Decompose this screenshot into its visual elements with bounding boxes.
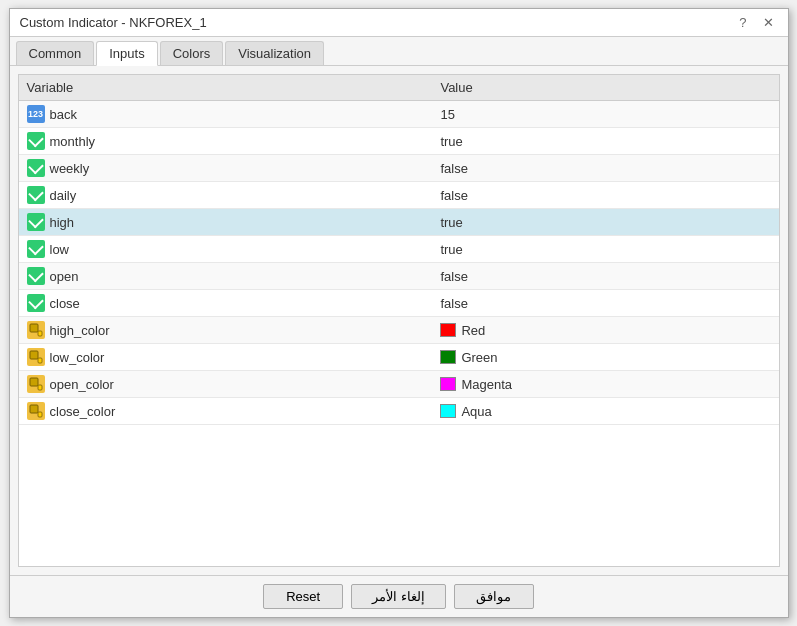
color-type-icon	[27, 375, 45, 393]
col-variable-header: Variable	[19, 75, 433, 101]
svg-rect-4	[30, 378, 38, 386]
title-bar: Custom Indicator - NKFOREX_1 ? ✕	[10, 9, 788, 37]
variable-name: high_color	[50, 323, 110, 338]
color-name: Red	[461, 323, 485, 338]
variable-cell: high_color	[19, 317, 433, 344]
table-row[interactable]: hightrue	[19, 209, 779, 236]
tab-bar: Common Inputs Colors Visualization	[10, 37, 788, 66]
bool-icon	[27, 159, 45, 177]
variable-cell: open	[19, 263, 433, 290]
color-swatch	[440, 377, 456, 391]
svg-rect-6	[30, 405, 38, 413]
value-text: true	[432, 236, 778, 263]
table-row[interactable]: high_colorRed	[19, 317, 779, 344]
tab-common[interactable]: Common	[16, 41, 95, 65]
tab-visualization[interactable]: Visualization	[225, 41, 324, 65]
value-text: false	[432, 263, 778, 290]
value-text: false	[432, 182, 778, 209]
table-row[interactable]: dailyfalse	[19, 182, 779, 209]
table-row[interactable]: weeklyfalse	[19, 155, 779, 182]
variable-name: open_color	[50, 377, 114, 392]
variable-name: daily	[50, 188, 77, 203]
variable-name: high	[50, 215, 75, 230]
inputs-table: Variable Value 123back15monthlytrueweekl…	[19, 75, 779, 425]
table-row[interactable]: closefalse	[19, 290, 779, 317]
bool-icon	[27, 213, 45, 231]
variable-name: close_color	[50, 404, 116, 419]
table-row[interactable]: open_colorMagenta	[19, 371, 779, 398]
variable-cell: high	[19, 209, 433, 236]
variable-name: monthly	[50, 134, 96, 149]
content-area: Variable Value 123back15monthlytrueweekl…	[10, 66, 788, 575]
color-swatch	[440, 323, 456, 337]
table-row[interactable]: lowtrue	[19, 236, 779, 263]
variable-cell: close	[19, 290, 433, 317]
table-row[interactable]: close_colorAqua	[19, 398, 779, 425]
bool-icon	[27, 240, 45, 258]
variable-cell: monthly	[19, 128, 433, 155]
svg-rect-0	[30, 324, 38, 332]
dialog-footer: Reset إلغاء الأمر موافق	[10, 575, 788, 617]
svg-rect-1	[38, 331, 42, 336]
variable-cell: close_color	[19, 398, 433, 425]
bool-icon	[27, 132, 45, 150]
value-cell: Green	[432, 344, 778, 371]
ok-button[interactable]: موافق	[454, 584, 534, 609]
color-name: Magenta	[461, 377, 512, 392]
value-cell: Red	[432, 317, 778, 344]
help-button[interactable]: ?	[735, 15, 750, 30]
tab-inputs[interactable]: Inputs	[96, 41, 157, 66]
dialog: Custom Indicator - NKFOREX_1 ? ✕ Common …	[9, 8, 789, 618]
variable-name: close	[50, 296, 80, 311]
color-name: Aqua	[461, 404, 491, 419]
color-type-icon	[27, 321, 45, 339]
table-row[interactable]: low_colorGreen	[19, 344, 779, 371]
numeric-icon: 123	[27, 105, 45, 123]
table-row[interactable]: 123back15	[19, 101, 779, 128]
variable-name: weekly	[50, 161, 90, 176]
cancel-button[interactable]: إلغاء الأمر	[351, 584, 446, 609]
variable-name: back	[50, 107, 77, 122]
table-row[interactable]: openfalse	[19, 263, 779, 290]
value-text: false	[432, 290, 778, 317]
svg-rect-7	[38, 412, 42, 417]
bool-icon	[27, 186, 45, 204]
variable-name: open	[50, 269, 79, 284]
variable-name: low_color	[50, 350, 105, 365]
title-bar-text: Custom Indicator - NKFOREX_1	[20, 15, 207, 30]
close-button[interactable]: ✕	[759, 15, 778, 30]
value-text: true	[432, 209, 778, 236]
color-type-icon	[27, 402, 45, 420]
table-row[interactable]: monthlytrue	[19, 128, 779, 155]
variable-name: low	[50, 242, 70, 257]
col-value-header: Value	[432, 75, 778, 101]
title-bar-controls: ? ✕	[735, 15, 777, 30]
value-cell: Magenta	[432, 371, 778, 398]
value-text: false	[432, 155, 778, 182]
variable-cell: low_color	[19, 344, 433, 371]
svg-rect-3	[38, 358, 42, 363]
bool-icon	[27, 294, 45, 312]
tab-colors[interactable]: Colors	[160, 41, 224, 65]
value-cell: Aqua	[432, 398, 778, 425]
value-text: 15	[432, 101, 778, 128]
color-swatch	[440, 350, 456, 364]
value-text: true	[432, 128, 778, 155]
color-name: Green	[461, 350, 497, 365]
reset-button[interactable]: Reset	[263, 584, 343, 609]
variable-cell: weekly	[19, 155, 433, 182]
variable-cell: daily	[19, 182, 433, 209]
variable-cell: 123back	[19, 101, 433, 128]
color-type-icon	[27, 348, 45, 366]
svg-rect-5	[38, 385, 42, 390]
svg-rect-2	[30, 351, 38, 359]
table-header-row: Variable Value	[19, 75, 779, 101]
inputs-table-container: Variable Value 123back15monthlytrueweekl…	[18, 74, 780, 567]
variable-cell: open_color	[19, 371, 433, 398]
color-swatch	[440, 404, 456, 418]
variable-cell: low	[19, 236, 433, 263]
bool-icon	[27, 267, 45, 285]
